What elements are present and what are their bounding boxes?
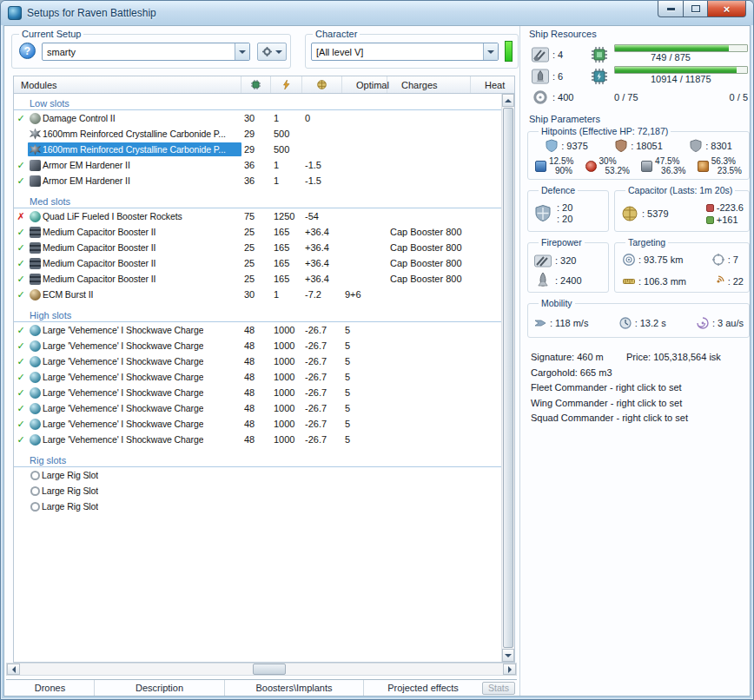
charges-column-header[interactable]: Charges [387, 76, 471, 93]
help-icon[interactable]: ? [19, 43, 36, 59]
module-powergrid: 1250 [271, 211, 302, 221]
module-row[interactable]: ✓Large 'Vehemence' I Shockwave Charge481… [14, 385, 501, 400]
module-cpu: 48 [241, 372, 271, 382]
module-row[interactable]: ✓Large 'Vehemence' I Shockwave Charge481… [14, 416, 501, 432]
module-name-zone[interactable]: Medium Capacitor Booster II [28, 272, 241, 286]
module-row[interactable]: ✓Large 'Vehemence' I Shockwave Charge481… [14, 432, 501, 447]
vertical-scrollbar-thumb[interactable] [503, 108, 513, 648]
module-row[interactable]: ✓Large 'Vehemence' I Shockwave Charge481… [14, 400, 501, 416]
section-header: Med slots [14, 194, 501, 208]
module-row[interactable]: ✗Quad LiF Fueled I Booster Rockets751250… [14, 208, 501, 224]
module-row[interactable]: ✓ECM Burst II301-7.29+6 [14, 287, 501, 302]
module-icon [30, 175, 41, 187]
module-row[interactable]: ✓Medium Capacitor Booster II25165+36.4Ca… [14, 240, 501, 255]
horizontal-scrollbar-track[interactable] [20, 664, 503, 675]
sensor-strength-icon [711, 274, 725, 288]
module-name-zone[interactable]: Large 'Vehemence' I Shockwave Charge [28, 339, 241, 353]
tab-boosters-implants[interactable]: Boosters\Implants [225, 680, 364, 696]
tab-drones[interactable]: Drones [6, 680, 95, 696]
module-row[interactable]: ✓Medium Capacitor Booster II25165+36.4Ca… [14, 271, 501, 287]
close-icon: × [724, 3, 731, 16]
module-name-zone[interactable]: Large 'Vehemence' I Shockwave Charge [28, 354, 241, 368]
setup-combobox[interactable]: smarty [42, 43, 250, 61]
setup-combobox-dropdown-button[interactable] [235, 43, 249, 60]
powergrid-column-header[interactable] [271, 76, 302, 93]
module-row[interactable]: ✓Medium Capacitor Booster II25165+36.4Ca… [14, 255, 501, 271]
module-name-zone[interactable]: Large Rig Slot [28, 468, 241, 482]
module-row[interactable]: ✓Damage Control II3010 [14, 110, 501, 126]
module-name-zone[interactable]: Armor EM Hardener II [28, 174, 241, 188]
scan-resolution-value: : 106.3 mm [638, 276, 686, 287]
module-row[interactable]: ✓Armor EM Hardener II361-1.5 [14, 173, 501, 188]
module-name-zone[interactable]: Large 'Vehemence' I Shockwave Charge [28, 386, 241, 400]
module-row[interactable]: ✓Large 'Vehemence' I Shockwave Charge481… [14, 338, 501, 353]
titlebar[interactable]: Setups for Raven Battleship × [1, 1, 753, 25]
module-row[interactable]: ✓Armor EM Hardener II361-1.5 [14, 157, 501, 173]
module-name-zone[interactable]: Large 'Vehemence' I Shockwave Charge [28, 401, 241, 415]
module-name-zone[interactable]: Large 'Vehemence' I Shockwave Charge [28, 417, 241, 431]
module-row[interactable]: Large Rig Slot [14, 483, 501, 499]
module-name-zone[interactable]: ECM Burst II [28, 287, 241, 301]
horizontal-scrollbar-thumb[interactable] [253, 664, 286, 675]
scroll-down-button[interactable] [502, 649, 514, 662]
module-icon [30, 502, 40, 512]
module-name-zone[interactable]: Damage Control II [28, 111, 241, 125]
minimize-button[interactable] [658, 1, 684, 17]
optimal-column-header[interactable]: Optimal [342, 76, 387, 93]
module-cpu: 48 [241, 340, 271, 351]
arrow-left-icon [12, 666, 16, 673]
ship-parameters-title: Ship Parameters [529, 114, 751, 124]
module-row[interactable]: 1600mm Reinforced Crystalline Carbonide … [14, 142, 501, 157]
module-name-zone[interactable]: Medium Capacitor Booster II [28, 256, 241, 270]
explosive-resist-icon [698, 161, 709, 172]
module-cap-use: -1.5 [302, 175, 342, 186]
module-name-zone[interactable]: Medium Capacitor Booster II [28, 241, 241, 254]
module-name-zone[interactable]: 1600mm Reinforced Crystalline Carbonide … [28, 127, 241, 141]
squad-commander-row[interactable]: Squad Commander - right click to set [531, 411, 751, 426]
character-combobox[interactable]: [All level V] [311, 43, 499, 61]
cpu-bar [614, 44, 748, 52]
module-name: Large 'Vehemence' I Shockwave Charge [41, 325, 203, 335]
modules-table: Modules Optimal Charges Heat Low slots✓D… [13, 76, 515, 663]
tools-button[interactable] [257, 43, 287, 61]
module-row[interactable]: Large Rig Slot [14, 499, 501, 514]
module-name-zone[interactable]: Large 'Vehemence' I Shockwave Charge [28, 433, 241, 446]
modules-column-header[interactable]: Modules [14, 76, 241, 93]
module-name-zone[interactable]: Large Rig Slot [28, 499, 241, 513]
module-row[interactable]: ✓Large 'Vehemence' I Shockwave Charge481… [14, 353, 501, 369]
capacitor-column-header[interactable] [302, 76, 342, 93]
maximize-button[interactable] [684, 1, 708, 17]
module-row[interactable]: Large Rig Slot [14, 467, 501, 483]
module-name-zone[interactable]: Large 'Vehemence' I Shockwave Charge [28, 370, 241, 384]
module-row[interactable]: ✓Medium Capacitor Booster II25165+36.4Ca… [14, 224, 501, 240]
scroll-right-button[interactable] [503, 664, 516, 675]
scroll-up-button[interactable] [502, 94, 514, 107]
stats-button[interactable]: Stats [482, 682, 515, 695]
module-row[interactable]: ✓Large 'Vehemence' I Shockwave Charge481… [14, 369, 501, 385]
fitted-check-icon: ✓ [14, 274, 28, 285]
arrow-up-icon [505, 99, 512, 102]
tab-projected-effects[interactable]: Projected effects [364, 680, 482, 696]
module-name-zone[interactable]: 1600mm Reinforced Crystalline Carbonide … [28, 142, 241, 156]
fleet-commander-row[interactable]: Fleet Commander - right click to set [531, 380, 751, 396]
wing-commander-row[interactable]: Wing Commander - right click to set [531, 396, 751, 412]
capacitor-group: Capacitor (Lasts: 1m 20s) : 5379 -223.6 … [614, 190, 750, 232]
character-combobox-dropdown-button[interactable] [483, 43, 498, 60]
vertical-scrollbar[interactable] [501, 94, 514, 662]
module-name-zone[interactable]: Armor EM Hardener II [28, 158, 241, 172]
module-name-zone[interactable]: Large Rig Slot [28, 484, 241, 498]
speed-value: : 118 m/s [550, 318, 588, 328]
heat-column-header[interactable]: Heat [471, 76, 514, 93]
module-name-zone[interactable]: Large 'Vehemence' I Shockwave Charge [28, 323, 241, 337]
module-row[interactable]: ✓Large 'Vehemence' I Shockwave Charge481… [14, 322, 501, 338]
scroll-left-button[interactable] [7, 664, 20, 675]
module-name-zone[interactable]: Quad LiF Fueled I Booster Rockets [28, 209, 241, 223]
module-row[interactable]: 1600mm Reinforced Crystalline Carbonide … [14, 126, 501, 142]
close-button[interactable]: × [708, 1, 746, 17]
cpu-column-header[interactable] [241, 76, 271, 93]
module-name-zone[interactable]: Medium Capacitor Booster II [28, 225, 241, 239]
shield-hp: : 9375 [545, 139, 588, 153]
horizontal-scrollbar[interactable] [6, 663, 517, 676]
tab-description[interactable]: Description [95, 680, 225, 696]
hull-hp: : 8301 [689, 139, 732, 153]
